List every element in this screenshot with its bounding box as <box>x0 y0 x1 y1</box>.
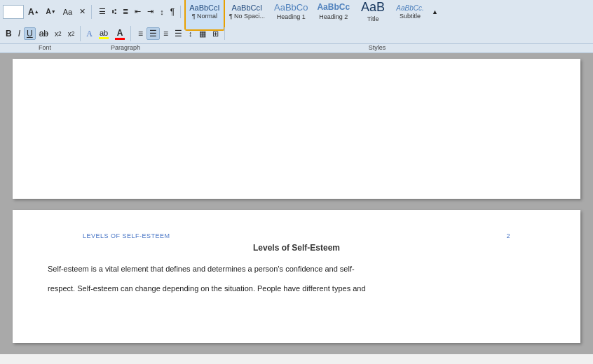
multilevel-list-icon: ≣ <box>123 8 128 15</box>
clear-formatting-icon: ✕ <box>79 7 86 16</box>
no-space-style-preview: AaBbCcI <box>232 4 262 12</box>
increase-indent-button[interactable]: ⇥ <box>144 6 156 18</box>
font-color-icon: A <box>117 28 123 38</box>
numbered-list-icon: ⑆ <box>112 8 116 15</box>
normal-style-label: ¶ Normal <box>192 13 217 20</box>
styles-group-label: Styles <box>369 44 386 51</box>
paragraph-mark-icon: ¶ <box>170 7 175 17</box>
heading1-style-preview: AaBbCo <box>274 3 308 13</box>
ribbon: 12 A▲ A▼ Aa ✕ ☰ ⑆ ≣ ⇤ <box>0 0 593 53</box>
shrink-font-button[interactable]: A▼ <box>43 6 59 17</box>
heading2-style-label: Heading 2 <box>319 13 348 20</box>
heading1-style-label: Heading 1 <box>277 13 306 20</box>
align-right-icon: ≡ <box>163 29 168 38</box>
underline-button[interactable]: U <box>24 27 36 40</box>
sort-icon: ↕ <box>160 8 164 16</box>
styles-scroll-up-button[interactable]: ▲ <box>429 7 441 17</box>
body-paragraph-2: respect. Self-esteem can change dependin… <box>48 282 545 296</box>
decrease-indent-button[interactable]: ⇤ <box>132 6 144 18</box>
shading-button[interactable]: ▦ <box>196 28 209 40</box>
font-color-button[interactable]: A <box>112 27 128 41</box>
normal-style-preview: AaBbCcI <box>189 4 219 12</box>
document-area: LEVELS OF SELF-ESTEEM 2 Levels of Self-E… <box>0 53 593 354</box>
font-size-input[interactable]: 12 <box>3 5 24 19</box>
header-left-text: LEVELS OF SELF-ESTEEM <box>83 232 170 239</box>
align-left-icon: ≡ <box>138 29 143 38</box>
grow-font-icon: A <box>28 7 34 17</box>
font-color-bar <box>115 38 125 40</box>
numbered-list-button[interactable]: ⑆ <box>109 6 119 17</box>
highlight-color-bar <box>99 37 109 39</box>
show-paragraph-button[interactable]: ¶ <box>168 6 177 18</box>
bullet-list-button[interactable]: ☰ <box>96 6 109 18</box>
align-center-button[interactable]: ☰ <box>146 27 160 40</box>
title-style-preview: AaB <box>361 1 385 15</box>
shrink-font-icon: A <box>46 8 51 15</box>
paragraph-group-label: Paragraph <box>111 44 140 51</box>
subtitle-style-preview: AaBbCc. <box>396 4 423 12</box>
sort-button[interactable]: ↕ <box>157 6 167 18</box>
decrease-indent-icon: ⇤ <box>135 7 141 16</box>
bold-button[interactable]: B <box>3 27 15 40</box>
highlight-icon: ab <box>100 29 108 37</box>
line-spacing-icon: ↕ <box>189 29 193 38</box>
shading-icon: ▦ <box>199 29 206 38</box>
text-effects-button[interactable]: A <box>83 27 95 41</box>
multilevel-list-button[interactable]: ≣ <box>120 6 131 17</box>
subscript-button[interactable]: x2 <box>52 29 64 39</box>
body-paragraph: Self-esteem is a vital element that defi… <box>48 262 545 276</box>
body-line1: Self-esteem is a vital element that defi… <box>48 265 355 273</box>
superscript-button[interactable]: x2 <box>65 29 78 39</box>
body-line2: respect. Self-esteem can change dependin… <box>48 284 366 293</box>
borders-icon: ⊞ <box>212 29 219 38</box>
heading2-style-preview: AaBbCc <box>317 3 350 12</box>
font-group-label: Font <box>39 44 51 51</box>
clear-formatting-button[interactable]: ✕ <box>76 6 88 18</box>
highlight-button[interactable]: ab <box>96 27 111 41</box>
align-center-icon: ☰ <box>149 29 157 38</box>
justify-button[interactable]: ☰ <box>172 27 185 40</box>
page-2: LEVELS OF SELF-ESTEEM 2 Levels of Self-E… <box>13 210 580 343</box>
align-right-button[interactable]: ≡ <box>161 27 171 40</box>
page-number: 2 <box>506 232 510 239</box>
increase-indent-icon: ⇥ <box>147 7 154 16</box>
align-left-button[interactable]: ≡ <box>135 27 146 40</box>
page-header: LEVELS OF SELF-ESTEEM 2 <box>48 224 545 243</box>
bullet-list-icon: ☰ <box>99 7 106 16</box>
change-case-button[interactable]: Aa <box>60 6 75 18</box>
document-title[interactable]: Levels of Self-Esteem <box>48 243 545 253</box>
italic-button[interactable]: I <box>15 27 23 40</box>
subtitle-style-label: Subtitle <box>400 13 421 20</box>
title-style-label: Title <box>367 15 379 22</box>
text-effects-icon: A <box>86 29 93 39</box>
grow-font-button[interactable]: A▲ <box>25 6 42 18</box>
borders-button[interactable]: ⊞ <box>210 28 221 40</box>
line-spacing-button[interactable]: ↕ <box>186 28 196 39</box>
page-1 <box>13 59 580 199</box>
strikethrough-button[interactable]: ab <box>36 27 51 40</box>
justify-icon: ☰ <box>175 29 182 38</box>
no-space-style-label: ¶ No Spaci... <box>229 13 265 20</box>
